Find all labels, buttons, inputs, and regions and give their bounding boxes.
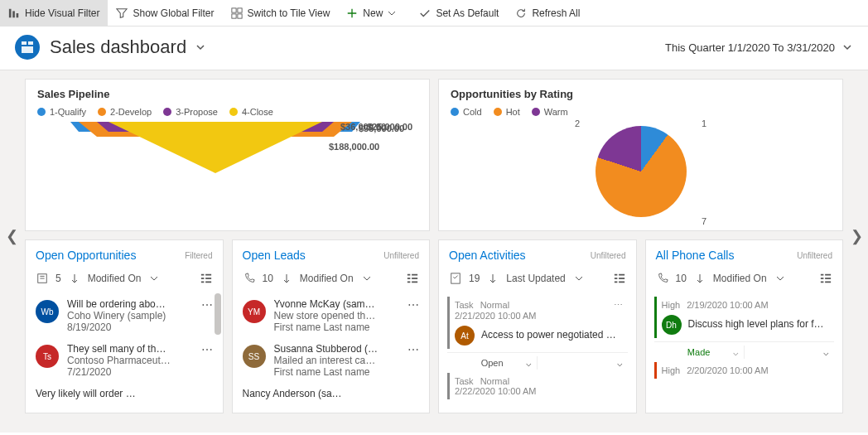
sort-field[interactable]: Modified On xyxy=(300,273,354,284)
chevron-down-icon[interactable] xyxy=(774,272,787,285)
activity-item[interactable]: High 2/19/2020 10:00 AM Dh Discuss high … xyxy=(654,297,835,338)
open-activities-card: Open Activities Unfiltered 19 Last Updat… xyxy=(438,239,637,413)
filter-status: Unfiltered xyxy=(797,251,832,260)
chart-title: Sales Pipeline xyxy=(37,88,417,100)
status-dropdown[interactable]: Made ⌵ xyxy=(654,346,745,359)
svg-rect-34 xyxy=(821,274,824,276)
label: Set As Default xyxy=(436,7,499,19)
card-title: Open Leads xyxy=(243,249,384,262)
avatar: Dh xyxy=(662,315,682,335)
phone-icon[interactable] xyxy=(656,272,669,285)
set-default-button[interactable]: Set As Default xyxy=(411,0,507,26)
opportunities-by-rating-chart[interactable]: Opportunities by Rating Cold Hot Warm 1 … xyxy=(438,79,843,231)
status-dropdown[interactable]: Open ⌵ xyxy=(447,356,538,370)
entity-icon[interactable] xyxy=(36,272,49,285)
switch-tile-view-button[interactable]: Switch to Tile View xyxy=(223,0,339,26)
dashboard-selector-chevron[interactable] xyxy=(195,41,206,53)
sort-direction-icon[interactable] xyxy=(486,272,499,285)
list-item[interactable]: Wb Will be ordering abo… Coho Winery (sa… xyxy=(26,293,223,338)
chart-legend: Cold Hot Warm xyxy=(451,107,831,117)
svg-rect-8 xyxy=(28,41,33,45)
avatar: Ts xyxy=(36,345,59,368)
view-options-icon[interactable] xyxy=(819,272,832,285)
list-item[interactable]: Nancy Anderson (sa… xyxy=(233,383,430,404)
chevron-down-icon[interactable] xyxy=(147,272,161,285)
svg-rect-28 xyxy=(614,274,617,276)
svg-rect-18 xyxy=(205,278,211,279)
activity-item[interactable]: Task Normal ⋯ 2/21/2020 10:00 AM At Acce… xyxy=(447,297,628,349)
more-actions-icon[interactable]: ⋯ xyxy=(201,343,213,356)
svg-rect-20 xyxy=(205,282,211,283)
show-global-filter-button[interactable]: Show Global Filter xyxy=(108,0,222,26)
carousel-right-arrow[interactable]: ❯ xyxy=(848,220,865,253)
sort-field[interactable]: Modified On xyxy=(713,273,767,284)
page-header: Sales dashboard This Quarter 1/1/2020 To… xyxy=(0,27,868,70)
label: Hide Visual Filter xyxy=(25,7,99,19)
scrollbar[interactable] xyxy=(215,293,221,335)
carousel-left-arrow[interactable]: ❮ xyxy=(3,220,20,253)
sort-field[interactable]: Last Updated xyxy=(506,273,565,284)
status-secondary[interactable]: ⌵ xyxy=(538,356,627,370)
more-actions-icon[interactable]: ⋯ xyxy=(407,343,419,356)
tile-view-icon xyxy=(231,7,243,19)
sort-direction-icon[interactable] xyxy=(693,272,706,285)
chevron-down-icon[interactable] xyxy=(360,272,374,285)
funnel-icon xyxy=(116,7,128,19)
sort-direction-icon[interactable] xyxy=(280,272,293,285)
pie-slice-label: 1 xyxy=(702,118,706,128)
svg-rect-39 xyxy=(825,282,831,283)
svg-rect-1 xyxy=(12,11,15,17)
view-options-icon[interactable] xyxy=(613,272,626,285)
more-actions-icon[interactable]: ⋯ xyxy=(201,298,213,312)
svg-rect-30 xyxy=(614,278,617,279)
svg-rect-33 xyxy=(619,282,624,283)
record-count: 10 xyxy=(263,273,273,284)
svg-rect-7 xyxy=(22,41,27,45)
sort-direction-icon[interactable] xyxy=(68,272,81,285)
list-item[interactable]: SS Susanna Stubberod (… Mailed an intere… xyxy=(233,338,430,383)
sort-field[interactable]: Modified On xyxy=(88,273,142,284)
checklist-icon[interactable] xyxy=(449,272,462,285)
date-range-chevron[interactable] xyxy=(841,41,853,53)
pie-slice-label: 2 xyxy=(575,118,580,128)
svg-rect-38 xyxy=(821,282,824,283)
command-bar: Hide Visual Filter Show Global Filter Sw… xyxy=(0,0,868,27)
open-leads-card: Open Leads Unfiltered 10 Modified On YM … xyxy=(232,239,431,413)
avatar: SS xyxy=(243,345,266,368)
filter-bars-icon xyxy=(8,7,20,19)
svg-rect-22 xyxy=(412,274,417,276)
chevron-down-icon[interactable] xyxy=(572,272,586,285)
more-actions-icon[interactable]: ⋯ xyxy=(407,298,419,312)
plus-icon xyxy=(346,7,358,19)
new-button[interactable]: New xyxy=(338,0,411,26)
list-item[interactable]: YM Yvonne McKay (sam… New store opened t… xyxy=(233,293,430,338)
svg-rect-0 xyxy=(9,8,12,17)
refresh-all-button[interactable]: Refresh All xyxy=(507,0,588,26)
filter-status: Filtered xyxy=(185,251,212,260)
sales-pipeline-chart[interactable]: Sales Pipeline 1-Qualify 2-Develop 3-Pro… xyxy=(25,79,430,231)
more-actions-icon[interactable]: ⋯ xyxy=(614,300,623,311)
svg-rect-15 xyxy=(200,274,204,276)
date-range-label: This Quarter 1/1/2020 To 3/31/2020 xyxy=(665,41,835,54)
dashboard-icon xyxy=(15,35,40,60)
list-item[interactable]: Very likely will order … xyxy=(26,383,223,404)
all-phone-calls-card: All Phone Calls Unfiltered 10 Modified O… xyxy=(645,239,844,413)
list-item[interactable]: Ts They sell many of th… Contoso Pharmac… xyxy=(26,338,223,383)
filter-status: Unfiltered xyxy=(383,251,419,260)
phone-icon[interactable] xyxy=(243,272,256,285)
open-opportunities-card: Open Opportunities Filtered 5 Modified O… xyxy=(25,239,224,413)
label: New xyxy=(363,7,383,19)
avatar: Wb xyxy=(36,300,59,323)
svg-rect-4 xyxy=(237,7,241,12)
view-options-icon[interactable] xyxy=(406,272,419,285)
svg-rect-29 xyxy=(619,274,624,276)
refresh-icon xyxy=(515,7,527,19)
activity-item[interactable]: Task Normal 2/22/2020 10:00 AM xyxy=(447,373,628,399)
status-secondary[interactable]: ⌵ xyxy=(745,346,834,359)
svg-rect-2 xyxy=(17,13,19,17)
view-options-icon[interactable] xyxy=(200,272,213,285)
activity-item[interactable]: High 2/20/2020 10:00 AM xyxy=(654,362,835,379)
svg-rect-9 xyxy=(22,46,33,53)
record-count: 10 xyxy=(676,273,687,284)
hide-visual-filter-button[interactable]: Hide Visual Filter xyxy=(0,0,108,26)
